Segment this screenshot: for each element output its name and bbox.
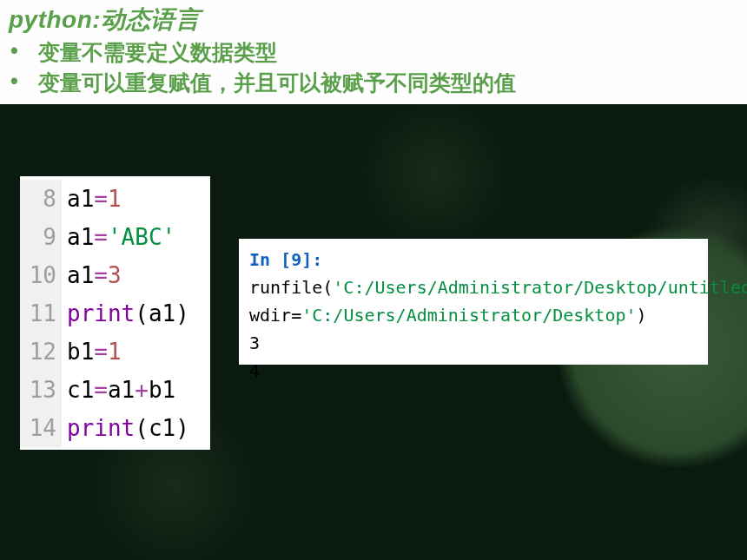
- token-id: c1: [149, 415, 175, 441]
- line-number: 10: [20, 256, 62, 294]
- token-paren: ): [175, 300, 189, 326]
- console-arg1: 'C:/Users/Administrator/Desktop/untitled…: [333, 277, 747, 298]
- token-id: a1: [149, 300, 175, 326]
- token-id: a1: [67, 186, 94, 212]
- bullet-text: 变量不需要定义数据类型: [38, 40, 277, 64]
- code-content: a1=1: [62, 180, 122, 218]
- bullet-item: •变量可以重复赋值，并且可以被赋予不同类型的值: [9, 69, 738, 97]
- token-num: 1: [108, 186, 122, 212]
- bullet-item: •变量不需要定义数据类型: [9, 38, 738, 67]
- console-kwarg: wdir=: [249, 305, 301, 326]
- code-content: print(c1): [62, 409, 189, 447]
- code-line: 12b1=1: [20, 333, 210, 371]
- bullet-marker: •: [10, 38, 38, 63]
- title-suffix: 动态语言: [101, 6, 200, 33]
- token-str: 'ABC': [108, 224, 175, 250]
- console-output-panel: In [9]: runfile('C:/Users/Administrator/…: [239, 239, 708, 365]
- line-number: 13: [20, 371, 62, 409]
- token-paren: (: [135, 300, 149, 326]
- token-id: a1: [67, 224, 94, 250]
- code-line: 13c1=a1+b1: [20, 371, 210, 409]
- code-line: 10a1=3: [20, 256, 210, 294]
- console-runcmd: runfile(: [249, 277, 333, 298]
- console-arg2: 'C:/Users/Administrator/Desktop': [301, 305, 636, 326]
- token-id: a1: [67, 262, 94, 288]
- console-line: wdir='C:/Users/Administrator/Desktop'): [249, 301, 697, 329]
- line-number: 9: [20, 218, 62, 256]
- token-op: +: [135, 377, 149, 403]
- token-paren: (: [135, 415, 149, 441]
- token-num: 1: [108, 339, 122, 365]
- token-fn: print: [67, 415, 135, 441]
- code-line: 9a1='ABC': [20, 218, 210, 256]
- console-output: 4: [249, 357, 697, 385]
- token-op: =: [94, 339, 108, 365]
- code-editor-panel: 8a1=19a1='ABC'10a1=311print(a1)12b1=113c…: [20, 176, 210, 450]
- token-op: =: [94, 224, 108, 250]
- token-fn: print: [67, 300, 135, 326]
- token-op: =: [94, 377, 108, 403]
- bullet-text: 变量可以重复赋值，并且可以被赋予不同类型的值: [38, 70, 516, 95]
- token-id: b1: [149, 377, 175, 403]
- console-line: In [9]: runfile('C:/Users/Administrator/…: [249, 246, 697, 301]
- console-output: 3: [249, 329, 697, 357]
- console-close: ): [637, 305, 647, 326]
- console-prompt: In [9]:: [249, 249, 322, 270]
- bullet-marker: •: [10, 69, 38, 94]
- code-content: a1=3: [62, 256, 122, 294]
- slide-title: python:动态语言: [9, 3, 738, 36]
- token-id: a1: [108, 377, 135, 403]
- token-num: 3: [108, 262, 122, 288]
- code-line: 14print(c1): [20, 409, 210, 447]
- token-paren: ): [175, 415, 189, 441]
- code-content: print(a1): [62, 294, 189, 333]
- token-op: =: [94, 186, 108, 212]
- code-content: c1=a1+b1: [62, 371, 175, 409]
- line-number: 14: [20, 409, 62, 447]
- line-number: 8: [20, 180, 62, 218]
- code-content: b1=1: [62, 333, 122, 371]
- title-prefix: python:: [9, 6, 101, 33]
- line-number: 11: [20, 294, 62, 333]
- slide-header: python:动态语言 •变量不需要定义数据类型 •变量可以重复赋值，并且可以被…: [0, 0, 747, 104]
- token-id: b1: [67, 339, 94, 365]
- code-line: 8a1=1: [20, 180, 210, 218]
- token-id: c1: [67, 377, 94, 403]
- code-content: a1='ABC': [62, 218, 175, 256]
- token-op: =: [94, 262, 108, 288]
- line-number: 12: [20, 333, 62, 371]
- code-line: 11print(a1): [20, 294, 210, 333]
